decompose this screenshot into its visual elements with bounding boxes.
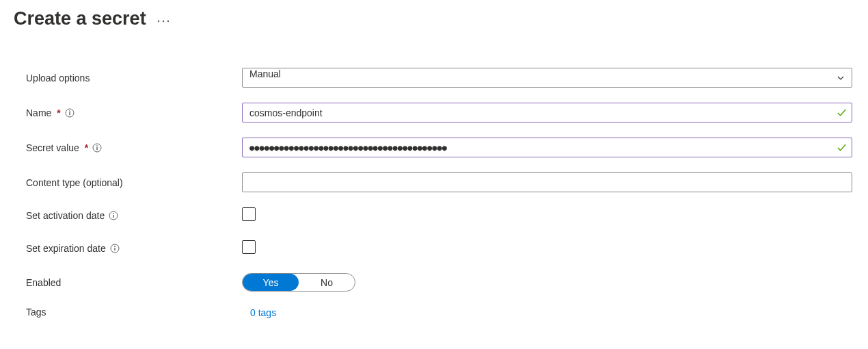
more-icon [157, 20, 169, 23]
enabled-yes-button[interactable]: Yes [243, 274, 299, 291]
svg-point-2 [167, 21, 168, 22]
upload-options-label: Upload options [26, 73, 90, 83]
upload-options-select[interactable]: Manual [242, 68, 852, 88]
enabled-no-button[interactable]: No [299, 274, 355, 291]
info-icon[interactable] [92, 143, 102, 153]
content-type-input[interactable] [242, 172, 852, 192]
required-mark: * [85, 142, 88, 153]
page-title: Create a secret [14, 8, 146, 29]
enabled-label: Enabled [26, 277, 61, 288]
upload-options-value: Manual [249, 68, 281, 79]
svg-point-0 [157, 21, 159, 22]
required-mark: * [57, 107, 60, 118]
svg-point-7 [96, 145, 98, 146]
expiration-checkbox[interactable] [242, 240, 256, 254]
svg-rect-5 [69, 112, 70, 115]
content-type-label: Content type (optional) [26, 177, 123, 188]
info-icon[interactable] [109, 211, 118, 220]
svg-point-13 [114, 246, 116, 247]
activation-date-label: Set activation date [26, 210, 105, 221]
name-label: Name [26, 107, 51, 118]
svg-point-4 [69, 110, 70, 112]
svg-point-1 [162, 21, 163, 22]
secret-value-label: Secret value [26, 142, 79, 153]
info-icon[interactable] [110, 244, 120, 253]
svg-rect-14 [114, 248, 115, 250]
activation-checkbox[interactable] [242, 207, 256, 221]
more-actions-button[interactable] [157, 12, 169, 26]
name-input[interactable] [242, 103, 852, 122]
svg-point-10 [113, 213, 114, 214]
secret-value-input[interactable] [242, 138, 852, 157]
expiration-date-label: Set expiration date [26, 243, 106, 254]
tags-label: Tags [26, 307, 46, 318]
svg-rect-8 [97, 147, 98, 150]
tags-link[interactable]: 0 tags [242, 307, 276, 318]
svg-rect-11 [113, 215, 113, 218]
info-icon[interactable] [65, 108, 74, 118]
